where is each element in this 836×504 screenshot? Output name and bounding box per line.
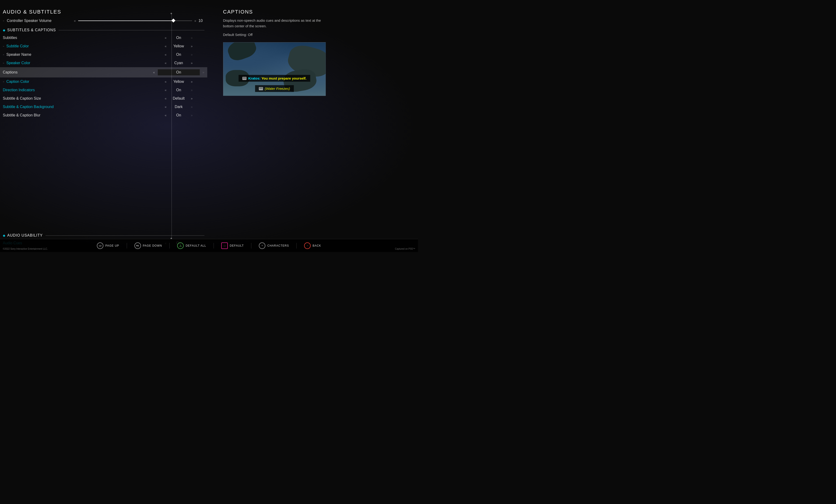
default-action[interactable]: □ DEFAULT (221, 243, 244, 249)
subtitle-color-row[interactable]: ··· Subtitle Color « Yellow » (3, 42, 205, 51)
subtitle-color-icon: ··· (3, 45, 4, 47)
back-label: BACK (312, 244, 321, 247)
preview-image: Kratos: You must prepare yourself. (Wate… (223, 42, 326, 96)
options-button[interactable]: ≡ (259, 243, 265, 249)
subtitles-controls: « On » (153, 36, 205, 40)
subtitle-text: Kratos: You must prepare yourself. (248, 76, 307, 80)
controller-icon: ··· (3, 20, 4, 22)
volume-slider-diamond (172, 19, 175, 23)
audio-usability-diamond: ◆ (3, 234, 5, 237)
subtitles-section-diamond: ◆ (3, 28, 5, 32)
subtitles-label: Subtitles (3, 36, 153, 40)
speaker-color-right-chevron[interactable]: » (191, 61, 193, 65)
volume-slider-fill (78, 21, 175, 21)
subtitle-color-label: ··· Subtitle Color (3, 44, 153, 48)
speaker-name-row[interactable]: ··· Speaker Name « On » (3, 51, 205, 59)
subtitle-caption-blur-label: Subtitle & Caption Blur (3, 113, 153, 117)
caption-color-right-chevron[interactable]: » (191, 80, 193, 83)
subtitle-caption-bg-controls: « Dark » (153, 105, 205, 109)
subtitles-section-title: SUBTITLES & CAPTIONS (7, 28, 56, 32)
back-action[interactable]: ○ BACK (304, 243, 321, 249)
subtitle-color-left-chevron[interactable]: « (165, 44, 167, 48)
volume-chevron-right[interactable]: » (194, 19, 196, 23)
page-up-action[interactable]: L2 PAGE UP (97, 243, 119, 249)
default-all-action[interactable]: △ DEFAULT ALL (177, 243, 206, 249)
main-title: AUDIO & SUBTITLES (3, 9, 205, 15)
triangle-symbol: △ (179, 244, 181, 247)
caption-color-row[interactable]: ··· Caption Color « Yellow » (3, 77, 205, 86)
copyright-text: ©2022 Sony Interactive Entertainment LLC… (3, 248, 48, 250)
controller-volume-label: Controller Speaker Volume (7, 19, 72, 23)
speaker-name-left-chevron[interactable]: « (165, 53, 167, 56)
caption-color-label: ··· Caption Color (3, 80, 153, 84)
subtitle-caption-size-right-chevron[interactable]: » (191, 97, 193, 100)
circle-symbol: ○ (307, 244, 308, 247)
divider-3 (213, 243, 214, 249)
page-up-label: PAGE UP (105, 244, 119, 247)
characters-action[interactable]: ≡ CHARACTERS (259, 243, 289, 249)
subtitle-caption-bg-left-chevron[interactable]: « (165, 105, 167, 109)
subtitle-caption-blur-right-chevron[interactable]: » (191, 113, 193, 117)
subtitles-right-chevron[interactable]: » (191, 36, 193, 40)
main-content: AUDIO & SUBTITLES ··· Controller Speaker… (0, 0, 418, 252)
subtitles-value: On (169, 36, 188, 40)
direction-indicators-left-chevron[interactable]: « (165, 88, 167, 92)
subtitle-caption-size-row[interactable]: Subtitle & Caption Size « Default » (3, 94, 205, 103)
subtitle-caption-bg-right-chevron[interactable]: » (191, 105, 193, 109)
default-label: DEFAULT (230, 244, 244, 247)
captions-value: On (158, 69, 200, 75)
r2-label: R2 (136, 245, 139, 247)
caption-color-value: Yellow (169, 80, 188, 84)
subtitle-caption-size-value: Default (169, 96, 188, 101)
circle-button[interactable]: ○ (304, 243, 311, 249)
subtitle-caption-blur-row[interactable]: Subtitle & Caption Blur « On » (3, 111, 205, 119)
page-down-action[interactable]: R2 PAGE DOWN (134, 243, 162, 249)
r2-button[interactable]: R2 (134, 243, 141, 249)
volume-chevron-left[interactable]: « (74, 19, 76, 23)
right-title: CAPTIONS (223, 9, 409, 15)
volume-slider-container[interactable]: « » 10 (74, 19, 205, 23)
l2-button[interactable]: L2 (97, 243, 103, 249)
triangle-button[interactable]: △ (177, 243, 184, 249)
direction-indicators-right-chevron[interactable]: » (191, 88, 193, 92)
speaker-color-row[interactable]: ··· Speaker Color « Cyan » (3, 59, 205, 67)
captions-controls: « On » (153, 69, 205, 75)
captions-left-chevron[interactable]: « (153, 71, 155, 74)
subtitles-left-chevron[interactable]: « (165, 36, 167, 40)
subtitle-caption-size-label: Subtitle & Caption Size (3, 96, 153, 101)
direction-indicators-controls: « On » (153, 88, 205, 92)
audio-usability-line (45, 235, 205, 236)
speaker-name-value: On (169, 53, 188, 57)
speaker-color-left-chevron[interactable]: « (165, 61, 167, 65)
page-down-label: PAGE DOWN (143, 244, 162, 247)
divider-4 (251, 243, 251, 249)
direction-indicators-row[interactable]: Direction Indicators « On » (3, 86, 205, 94)
subtitles-row[interactable]: Subtitles « On » (3, 34, 205, 42)
subtitle-caption-size-left-chevron[interactable]: « (165, 97, 167, 100)
subtitle-caption-blur-controls: « On » (153, 113, 205, 117)
captions-right-chevron[interactable]: » (203, 71, 205, 74)
subtitle-caption-bg-value: Dark (169, 105, 188, 109)
subtitle-color-right-chevron[interactable]: » (191, 44, 193, 48)
subtitle-caption-size-controls: « Default » (153, 96, 205, 101)
speaker-name-right-chevron[interactable]: » (191, 53, 193, 56)
volume-slider-track[interactable] (78, 21, 192, 21)
direction-indicators-label: Direction Indicators (3, 88, 153, 92)
subtitle-caption-blur-value: On (169, 113, 188, 117)
caption-text: (Water Freezes) (265, 86, 290, 91)
subtitle-caption-blur-left-chevron[interactable]: « (165, 113, 167, 117)
subtitle-caption-bg-label: Subtitle & Caption Background (3, 105, 153, 109)
captions-label: Captions (3, 70, 153, 74)
default-setting: Default Setting: Off (223, 33, 409, 37)
square-button[interactable]: □ (221, 243, 228, 249)
options-symbol: ≡ (262, 245, 263, 247)
bottom-bar: L2 PAGE UP R2 PAGE DOWN △ DEFAULT ALL □ … (0, 239, 418, 252)
caption-color-left-chevron[interactable]: « (165, 80, 167, 83)
speaker-name-label: ··· Speaker Name (3, 53, 153, 57)
characters-label: CHARACTERS (267, 244, 289, 247)
volume-value: 10 (198, 19, 205, 23)
subtitle-caption-bg-row[interactable]: Subtitle & Caption Background « Dark » (3, 103, 205, 111)
speaker-name-controls: « On » (153, 53, 205, 57)
captions-row[interactable]: Captions « On » (0, 67, 207, 77)
subtitle-color-controls: « Yellow » (153, 44, 205, 48)
